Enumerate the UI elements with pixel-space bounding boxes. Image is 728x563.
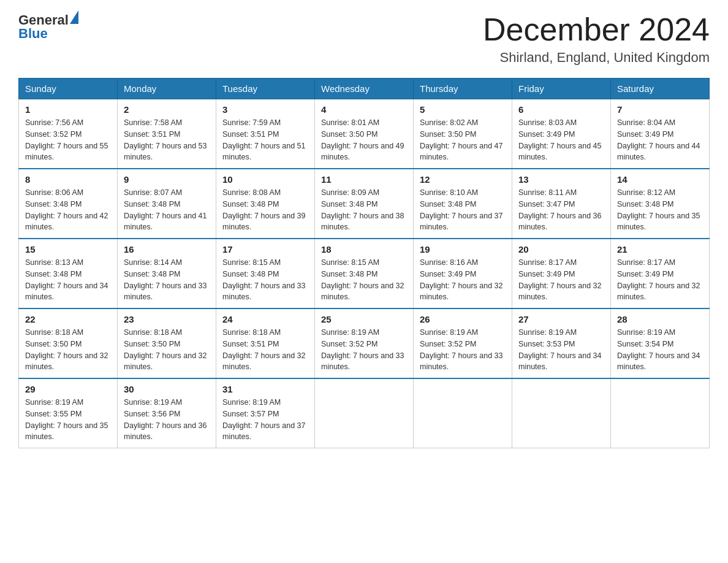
calendar-cell — [414, 378, 512, 448]
day-number: 28 — [617, 314, 703, 324]
calendar-cell: 20 Sunrise: 8:17 AM Sunset: 3:49 PM Dayl… — [512, 239, 611, 308]
calendar-cell: 2 Sunrise: 7:58 AM Sunset: 3:51 PM Dayli… — [118, 99, 216, 169]
header-sunday: Sunday — [19, 79, 118, 99]
location-title: Shirland, England, United Kingdom — [483, 50, 710, 66]
day-info: Sunrise: 7:56 AM Sunset: 3:52 PM Dayligh… — [25, 117, 111, 163]
calendar-cell: 24 Sunrise: 8:18 AM Sunset: 3:51 PM Dayl… — [216, 308, 315, 378]
day-info: Sunrise: 8:06 AM Sunset: 3:48 PM Dayligh… — [25, 187, 111, 233]
calendar-cell — [512, 378, 611, 448]
day-number: 15 — [25, 244, 111, 255]
weekday-header-row: Sunday Monday Tuesday Wednesday Thursday… — [19, 79, 710, 99]
header-tuesday: Tuesday — [216, 79, 315, 99]
day-info: Sunrise: 8:19 AM Sunset: 3:54 PM Dayligh… — [617, 327, 703, 373]
day-number: 26 — [420, 314, 506, 324]
calendar-cell — [315, 378, 414, 448]
calendar-cell: 4 Sunrise: 8:01 AM Sunset: 3:50 PM Dayli… — [315, 99, 414, 169]
day-number: 11 — [321, 174, 407, 185]
calendar-cell: 19 Sunrise: 8:16 AM Sunset: 3:49 PM Dayl… — [414, 239, 512, 308]
day-number: 20 — [518, 244, 604, 255]
calendar-cell: 18 Sunrise: 8:15 AM Sunset: 3:48 PM Dayl… — [315, 239, 414, 308]
day-number: 1 — [25, 104, 111, 115]
calendar-cell: 16 Sunrise: 8:14 AM Sunset: 3:48 PM Dayl… — [118, 239, 216, 308]
day-info: Sunrise: 8:01 AM Sunset: 3:50 PM Dayligh… — [321, 117, 407, 163]
month-title: December 2024 — [483, 12, 710, 47]
day-number: 13 — [518, 174, 604, 185]
header-saturday: Saturday — [611, 79, 710, 99]
week-row-2: 8 Sunrise: 8:06 AM Sunset: 3:48 PM Dayli… — [19, 169, 710, 239]
day-info: Sunrise: 8:10 AM Sunset: 3:48 PM Dayligh… — [420, 187, 506, 233]
day-info: Sunrise: 8:03 AM Sunset: 3:49 PM Dayligh… — [518, 117, 604, 163]
day-info: Sunrise: 8:04 AM Sunset: 3:49 PM Dayligh… — [617, 117, 703, 163]
calendar-cell: 13 Sunrise: 8:11 AM Sunset: 3:47 PM Dayl… — [512, 169, 611, 239]
day-info: Sunrise: 7:58 AM Sunset: 3:51 PM Dayligh… — [124, 117, 210, 163]
calendar-cell — [611, 378, 710, 448]
week-row-3: 15 Sunrise: 8:13 AM Sunset: 3:48 PM Dayl… — [19, 239, 710, 308]
day-number: 5 — [420, 104, 506, 115]
day-info: Sunrise: 8:18 AM Sunset: 3:50 PM Dayligh… — [25, 327, 111, 373]
calendar-cell: 6 Sunrise: 8:03 AM Sunset: 3:49 PM Dayli… — [512, 99, 611, 169]
title-section: December 2024 Shirland, England, United … — [483, 12, 710, 66]
day-info: Sunrise: 8:19 AM Sunset: 3:52 PM Dayligh… — [321, 327, 407, 373]
calendar-cell: 17 Sunrise: 8:15 AM Sunset: 3:48 PM Dayl… — [216, 239, 315, 308]
calendar-cell: 7 Sunrise: 8:04 AM Sunset: 3:49 PM Dayli… — [611, 99, 710, 169]
day-number: 25 — [321, 314, 407, 324]
day-info: Sunrise: 8:19 AM Sunset: 3:56 PM Dayligh… — [124, 397, 210, 443]
day-number: 4 — [321, 104, 407, 115]
header-thursday: Thursday — [414, 79, 512, 99]
calendar-cell: 11 Sunrise: 8:09 AM Sunset: 3:48 PM Dayl… — [315, 169, 414, 239]
day-info: Sunrise: 8:19 AM Sunset: 3:55 PM Dayligh… — [25, 397, 111, 443]
day-info: Sunrise: 8:18 AM Sunset: 3:50 PM Dayligh… — [124, 327, 210, 373]
day-info: Sunrise: 8:12 AM Sunset: 3:48 PM Dayligh… — [617, 187, 703, 233]
calendar-cell: 10 Sunrise: 8:08 AM Sunset: 3:48 PM Dayl… — [216, 169, 315, 239]
calendar-cell: 23 Sunrise: 8:18 AM Sunset: 3:50 PM Dayl… — [118, 308, 216, 378]
day-info: Sunrise: 8:15 AM Sunset: 3:48 PM Dayligh… — [222, 257, 308, 303]
calendar-cell: 8 Sunrise: 8:06 AM Sunset: 3:48 PM Dayli… — [19, 169, 118, 239]
calendar-cell: 29 Sunrise: 8:19 AM Sunset: 3:55 PM Dayl… — [19, 378, 118, 448]
header-wednesday: Wednesday — [315, 79, 414, 99]
calendar-cell: 5 Sunrise: 8:02 AM Sunset: 3:50 PM Dayli… — [414, 99, 512, 169]
day-number: 10 — [222, 174, 308, 185]
day-number: 8 — [25, 174, 111, 185]
calendar-cell: 14 Sunrise: 8:12 AM Sunset: 3:48 PM Dayl… — [611, 169, 710, 239]
day-number: 18 — [321, 244, 407, 255]
day-number: 19 — [420, 244, 506, 255]
day-info: Sunrise: 8:11 AM Sunset: 3:47 PM Dayligh… — [518, 187, 604, 233]
day-info: Sunrise: 8:17 AM Sunset: 3:49 PM Dayligh… — [518, 257, 604, 303]
calendar-cell: 30 Sunrise: 8:19 AM Sunset: 3:56 PM Dayl… — [118, 378, 216, 448]
day-info: Sunrise: 8:07 AM Sunset: 3:48 PM Dayligh… — [124, 187, 210, 233]
calendar-cell: 27 Sunrise: 8:19 AM Sunset: 3:53 PM Dayl… — [512, 308, 611, 378]
day-info: Sunrise: 8:19 AM Sunset: 3:57 PM Dayligh… — [222, 397, 308, 443]
page-header: General Blue December 2024 Shirland, Eng… — [18, 12, 710, 66]
day-number: 24 — [222, 314, 308, 324]
calendar-cell: 28 Sunrise: 8:19 AM Sunset: 3:54 PM Dayl… — [611, 308, 710, 378]
calendar-cell: 3 Sunrise: 7:59 AM Sunset: 3:51 PM Dayli… — [216, 99, 315, 169]
day-number: 29 — [25, 384, 111, 394]
day-number: 22 — [25, 314, 111, 324]
header-friday: Friday — [512, 79, 611, 99]
day-info: Sunrise: 8:19 AM Sunset: 3:52 PM Dayligh… — [420, 327, 506, 373]
logo-triangle-icon — [70, 10, 78, 24]
day-info: Sunrise: 8:13 AM Sunset: 3:48 PM Dayligh… — [25, 257, 111, 303]
day-info: Sunrise: 8:18 AM Sunset: 3:51 PM Dayligh… — [222, 327, 308, 373]
day-info: Sunrise: 8:08 AM Sunset: 3:48 PM Dayligh… — [222, 187, 308, 233]
week-row-5: 29 Sunrise: 8:19 AM Sunset: 3:55 PM Dayl… — [19, 378, 710, 448]
calendar-cell: 21 Sunrise: 8:17 AM Sunset: 3:49 PM Dayl… — [611, 239, 710, 308]
day-number: 7 — [617, 104, 703, 115]
day-number: 12 — [420, 174, 506, 185]
day-info: Sunrise: 8:19 AM Sunset: 3:53 PM Dayligh… — [518, 327, 604, 373]
calendar-table: Sunday Monday Tuesday Wednesday Thursday… — [18, 78, 710, 448]
day-number: 27 — [518, 314, 604, 324]
header-monday: Monday — [118, 79, 216, 99]
day-info: Sunrise: 8:02 AM Sunset: 3:50 PM Dayligh… — [420, 117, 506, 163]
day-number: 3 — [222, 104, 308, 115]
day-number: 23 — [124, 314, 210, 324]
logo-blue-text: Blue — [18, 26, 78, 42]
day-number: 9 — [124, 174, 210, 185]
day-number: 2 — [124, 104, 210, 115]
day-number: 16 — [124, 244, 210, 255]
week-row-4: 22 Sunrise: 8:18 AM Sunset: 3:50 PM Dayl… — [19, 308, 710, 378]
day-info: Sunrise: 7:59 AM Sunset: 3:51 PM Dayligh… — [222, 117, 308, 163]
day-number: 14 — [617, 174, 703, 185]
calendar-cell: 22 Sunrise: 8:18 AM Sunset: 3:50 PM Dayl… — [19, 308, 118, 378]
calendar-cell: 31 Sunrise: 8:19 AM Sunset: 3:57 PM Dayl… — [216, 378, 315, 448]
